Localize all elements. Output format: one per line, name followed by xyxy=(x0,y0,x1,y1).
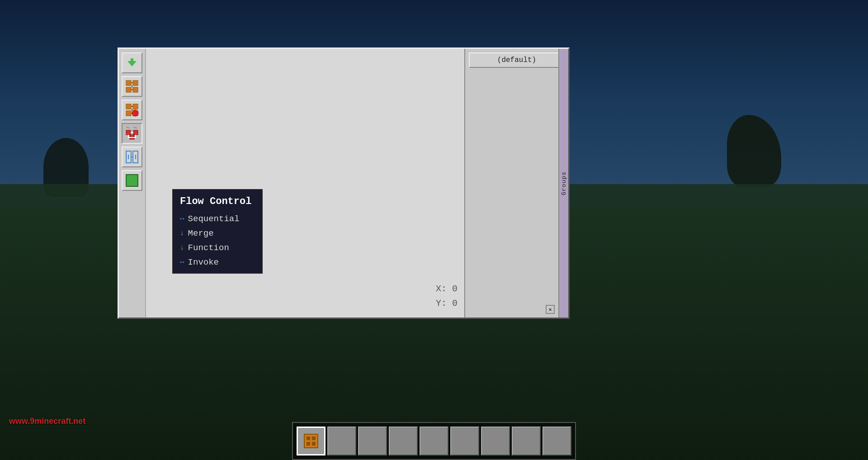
svg-rect-32 xyxy=(307,442,310,446)
sidebar-btn-grid2[interactable] xyxy=(122,100,142,120)
default-button[interactable]: (default) xyxy=(469,52,565,68)
svg-rect-2 xyxy=(126,81,131,85)
sequential-icon xyxy=(125,150,139,164)
flow-icon xyxy=(125,127,139,140)
tooltip-item-merge[interactable]: ↓ Merge xyxy=(173,226,262,241)
right-panel-content xyxy=(465,71,568,318)
sidebar-btn-sequential[interactable] xyxy=(122,147,142,167)
close-button[interactable]: ✕ xyxy=(546,305,555,314)
svg-point-17 xyxy=(132,110,138,116)
hotbar-slot-1[interactable] xyxy=(297,427,326,455)
svg-rect-11 xyxy=(133,104,138,109)
svg-rect-19 xyxy=(133,130,138,135)
svg-rect-1 xyxy=(131,58,133,62)
ui-window: Flow Control ↔ Sequential ↓ Merge ↓ Func… xyxy=(118,47,570,319)
groups-label: Groups xyxy=(561,171,567,195)
hotbar-slot-2[interactable] xyxy=(327,427,356,455)
merge-menu-icon: ↓ xyxy=(180,229,184,237)
hotbar-slot-9[interactable] xyxy=(542,427,571,455)
function-square-icon xyxy=(126,174,138,187)
sidebar-btn-function[interactable] xyxy=(122,170,142,191)
sidebar-btn-grid1[interactable] xyxy=(122,76,142,97)
svg-rect-10 xyxy=(126,104,131,109)
invoke-menu-icon: ↔ xyxy=(180,258,184,266)
merge-label: Merge xyxy=(188,228,214,238)
sequential-menu-icon: ↔ xyxy=(180,215,184,223)
sequential-label: Sequential xyxy=(188,214,240,224)
tooltip-item-invoke[interactable]: ↔ Invoke xyxy=(173,255,262,270)
svg-rect-12 xyxy=(126,111,131,116)
watermark: www.9minecraft.net xyxy=(9,417,85,426)
grid1-icon xyxy=(125,80,139,93)
import-icon xyxy=(126,57,138,69)
hotbar-slot-5[interactable] xyxy=(420,427,448,455)
x-coord: X: 0 xyxy=(436,282,458,296)
svg-rect-5 xyxy=(133,87,138,92)
sidebar xyxy=(119,49,146,318)
canvas-area[interactable]: Flow Control ↔ Sequential ↓ Merge ↓ Func… xyxy=(146,49,464,318)
tooltip-item-function[interactable]: ↓ Function xyxy=(173,241,262,255)
sidebar-btn-import[interactable] xyxy=(122,52,142,73)
tooltip-menu: Flow Control ↔ Sequential ↓ Merge ↓ Func… xyxy=(172,189,263,274)
svg-rect-4 xyxy=(126,87,131,92)
hotbar xyxy=(292,422,576,460)
function-label: Function xyxy=(188,243,229,253)
right-panel: (default) ✕ Groups xyxy=(464,49,568,318)
sidebar-btn-flow[interactable] xyxy=(122,123,142,144)
hotbar-slot-6[interactable] xyxy=(450,427,479,455)
grid2-icon xyxy=(125,103,139,117)
hotbar-item-1-icon xyxy=(302,432,320,450)
hotbar-slot-3[interactable] xyxy=(358,427,387,455)
svg-rect-3 xyxy=(133,81,138,85)
tooltip-item-sequential[interactable]: ↔ Sequential xyxy=(173,212,262,226)
svg-rect-18 xyxy=(126,130,131,135)
svg-rect-33 xyxy=(312,442,316,446)
hotbar-slot-4[interactable] xyxy=(389,427,418,455)
svg-rect-31 xyxy=(312,436,316,440)
svg-rect-30 xyxy=(307,436,310,440)
y-coord: Y: 0 xyxy=(436,296,458,311)
svg-rect-29 xyxy=(304,434,318,448)
groups-tab[interactable]: Groups xyxy=(558,49,568,318)
hotbar-slot-8[interactable] xyxy=(512,427,541,455)
function-menu-icon: ↓ xyxy=(180,244,184,252)
tooltip-title: Flow Control xyxy=(173,193,262,212)
coordinates-display: X: 0 Y: 0 xyxy=(436,282,458,311)
hotbar-slot-7[interactable] xyxy=(481,427,510,455)
invoke-label: Invoke xyxy=(188,257,219,267)
